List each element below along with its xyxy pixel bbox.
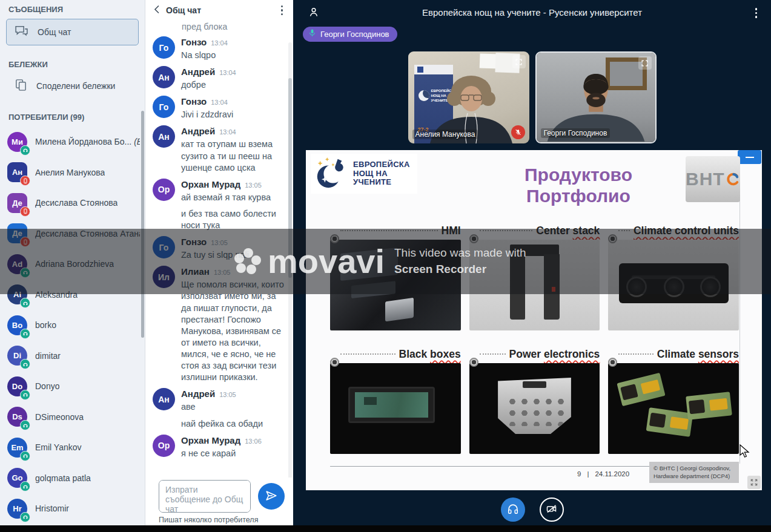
fullscreen-icon[interactable] bbox=[638, 56, 652, 70]
user-status-badge-icon bbox=[20, 145, 30, 156]
presentation-fullscreen-icon[interactable] bbox=[747, 476, 761, 489]
user-status-badge-icon bbox=[20, 329, 30, 339]
user-list-item[interactable]: Ми Милена Йорданова Бо... (Вие) bbox=[0, 126, 145, 157]
sidebar-item-public-chat[interactable]: Общ чат bbox=[6, 19, 139, 45]
avatar-initials: Go bbox=[12, 473, 22, 482]
avatar-initials: Ор bbox=[158, 441, 170, 450]
webcam-toggle-button[interactable] bbox=[540, 498, 564, 522]
avatar-initials: Hr bbox=[13, 504, 21, 513]
avatar-initials: Di bbox=[13, 351, 21, 360]
callout-marker-icon bbox=[608, 358, 617, 367]
mic-muted-icon bbox=[511, 125, 525, 139]
sidebar: СЪОБЩЕНИЯ Общ чат БЕЛЕЖКИ Споделени беле… bbox=[0, 0, 145, 532]
message-author: Гонзо bbox=[181, 237, 207, 247]
chat-scrollbar-thumb[interactable] bbox=[288, 78, 292, 278]
user-list-item[interactable]: Em Emil Yankov bbox=[0, 432, 145, 463]
chat-message-input[interactable] bbox=[159, 480, 251, 513]
recording-edge-strip bbox=[0, 525, 771, 532]
user-list-item[interactable]: Ad Adriana Borodzhieva bbox=[0, 249, 145, 280]
user-avatar: Ds bbox=[7, 407, 27, 427]
product-image-black-boxes bbox=[330, 363, 461, 454]
send-message-button[interactable] bbox=[258, 483, 285, 510]
chat-bubbles-icon bbox=[14, 24, 29, 41]
minimize-presentation-button[interactable] bbox=[738, 150, 761, 164]
bhtc-c-swirl-icon bbox=[725, 170, 740, 188]
message-text: кат та отупам ш взема сузито а ти ш пееш… bbox=[181, 139, 285, 173]
product-image-center-stack bbox=[469, 240, 600, 330]
product-image-climate-control bbox=[608, 240, 739, 330]
user-list-item[interactable]: Ds DSimeonova bbox=[0, 402, 145, 433]
user-status-badge-icon bbox=[20, 390, 30, 400]
avatar-initials: Ан bbox=[12, 168, 22, 177]
bhtc-logo: BHT bbox=[686, 156, 740, 202]
product-label-climate-control: Climate control units bbox=[608, 223, 739, 238]
mic-icon bbox=[308, 28, 316, 40]
slide-edge-line bbox=[740, 162, 740, 464]
meeting-app-window: СЪОБЩЕНИЯ Общ чат БЕЛЕЖКИ Споделени беле… bbox=[0, 0, 771, 532]
notes-section-header: БЕЛЕЖКИ bbox=[8, 60, 136, 69]
user-list-item[interactable]: Ан Анелия Манукова bbox=[0, 157, 145, 188]
message-author: Андрей bbox=[181, 67, 215, 77]
camera-off-icon bbox=[545, 502, 558, 517]
message-time: 13:04 bbox=[211, 39, 228, 47]
user-list: Ми Милена Йорданова Бо... (Вие) Ан bbox=[0, 126, 145, 532]
avatar-initials: Ил bbox=[158, 272, 170, 282]
user-avatar: Al bbox=[7, 284, 27, 304]
message-text: аве bbox=[181, 401, 263, 413]
chat-message: Го Гонзо13:05 Za tuy si slqp nali bbox=[153, 236, 285, 261]
user-status-badge-icon bbox=[20, 451, 30, 461]
main-area: Европейска нощ на учените - Русенски уни… bbox=[293, 0, 771, 532]
audio-toggle-button[interactable] bbox=[501, 498, 525, 522]
user-list-item[interactable]: Do Donyo bbox=[0, 371, 145, 402]
message-text: Jivi i zdzdravi bbox=[181, 109, 233, 120]
sidebar-scrollbar[interactable] bbox=[141, 111, 144, 338]
chat-options-icon[interactable] bbox=[279, 4, 285, 18]
user-avatar: Де bbox=[7, 223, 27, 243]
user-name: Анелия Манукова bbox=[35, 168, 105, 177]
product-label-center-stack: Center stack bbox=[469, 223, 600, 238]
user-list-item[interactable]: Bo borko bbox=[0, 310, 145, 341]
user-avatar: Ad bbox=[7, 254, 27, 274]
message-avatar: Го bbox=[153, 236, 175, 258]
callout-marker-icon bbox=[330, 358, 339, 367]
message-text: добре bbox=[181, 79, 236, 91]
avatar-initials: Ми bbox=[12, 137, 23, 146]
user-name: Десислава Стоянова bbox=[35, 198, 117, 208]
avatar-initials: Го bbox=[159, 102, 169, 112]
user-list-item[interactable]: Де Десислава Стоянова bbox=[0, 188, 145, 218]
sidebar-item-shared-notes[interactable]: Споделени бележки bbox=[6, 74, 139, 98]
chat-message-list: пред блока Го Гонзо13:04 Na slqpo Ан bbox=[145, 21, 293, 478]
headphones-icon bbox=[506, 502, 520, 517]
callout-marker-icon bbox=[469, 234, 478, 243]
message-time: 13:04 bbox=[211, 99, 228, 106]
user-list-item[interactable]: Де Десислава Стоянова Атана... bbox=[0, 218, 145, 249]
user-status-badge-icon bbox=[20, 206, 30, 217]
user-list-item[interactable]: Di dimitar bbox=[0, 341, 145, 372]
product-label-hmi: HMI bbox=[330, 223, 461, 238]
message-author: Андрей bbox=[181, 126, 215, 136]
slide-footer-line bbox=[330, 466, 649, 467]
back-chevron-icon[interactable] bbox=[154, 5, 160, 16]
chat-input-row bbox=[145, 478, 293, 514]
message-text: най фейка са обади bbox=[181, 418, 263, 430]
user-list-item[interactable]: Al Aleksandra bbox=[0, 280, 145, 310]
user-avatar: Hr bbox=[7, 499, 27, 519]
product-image-hmi bbox=[330, 240, 461, 330]
talking-indicator[interactable]: Георги Господинов bbox=[303, 27, 397, 42]
minimize-icon bbox=[746, 157, 754, 158]
users-section-header: ПОТРЕБИТЕЛИ (99) bbox=[8, 113, 136, 122]
user-status-badge-icon bbox=[20, 512, 30, 522]
avatar-initials: Го bbox=[159, 43, 169, 53]
user-avatar: Go bbox=[7, 468, 27, 488]
webcam-anelia: ЕВРОПЕЙСКА НОЩ НА УЧЕНИТЕ 27-2 bbox=[408, 51, 529, 143]
options-icon[interactable] bbox=[753, 6, 759, 20]
user-list-item[interactable]: Hr Hristomir bbox=[0, 493, 145, 524]
avatar-initials: Ad bbox=[12, 260, 22, 269]
fullscreen-icon[interactable] bbox=[512, 55, 526, 68]
message-author: Андрей bbox=[181, 389, 215, 399]
user-name: Aleksandra bbox=[35, 290, 78, 300]
user-list-item[interactable]: Go golqmata patla bbox=[0, 463, 145, 494]
person-icon[interactable] bbox=[308, 6, 320, 21]
message-avatar: Го bbox=[153, 36, 175, 59]
message-time: 13:06 bbox=[245, 438, 262, 445]
